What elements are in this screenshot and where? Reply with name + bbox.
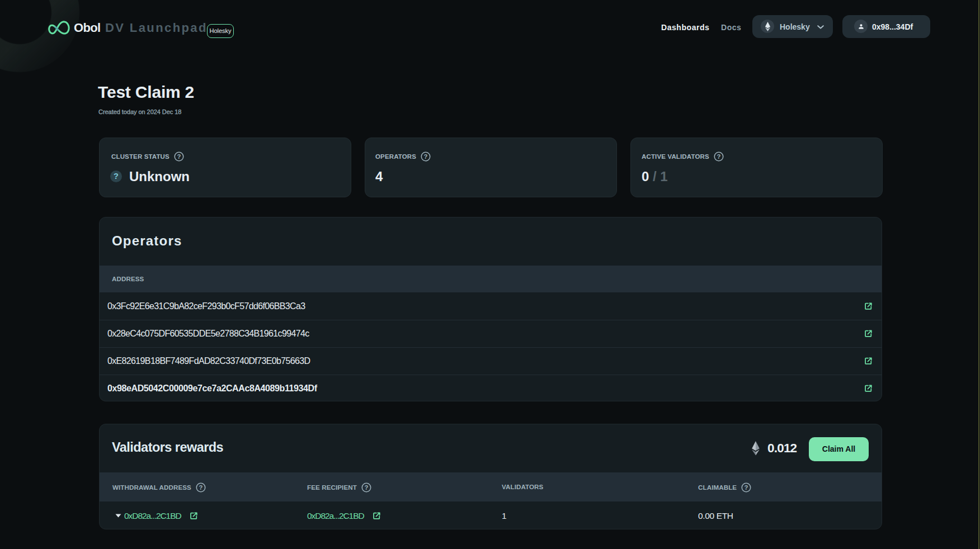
svg-text:?: ? xyxy=(199,484,202,491)
svg-text:?: ? xyxy=(745,484,748,491)
svg-text:?: ? xyxy=(177,153,181,160)
svg-text:?: ? xyxy=(424,153,428,160)
svg-text:?: ? xyxy=(364,484,368,491)
svg-text:?: ? xyxy=(717,153,720,160)
